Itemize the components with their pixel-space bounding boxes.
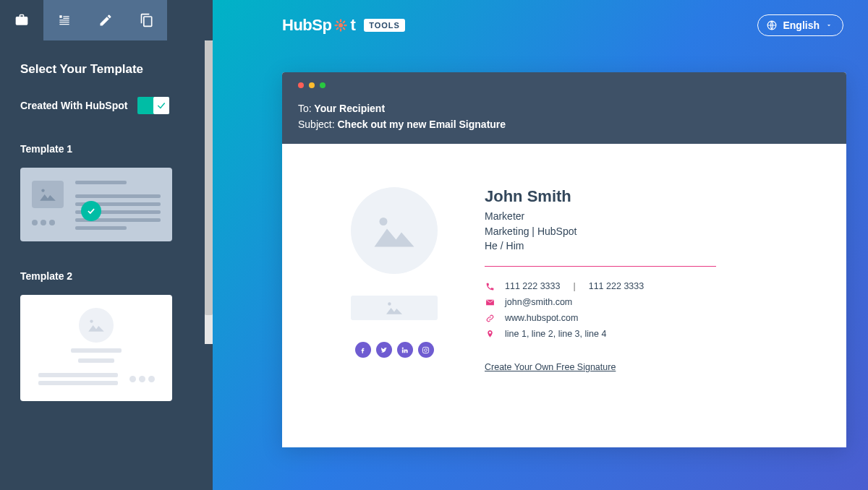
svg-point-7: [425, 349, 427, 352]
avatar-placeholder: [351, 187, 438, 274]
phone1: 111 222 3333: [505, 281, 560, 291]
to-value: Your Recipient: [314, 103, 385, 114]
close-dot-icon: [298, 82, 304, 88]
template2-label: Template 2: [20, 270, 192, 282]
svg-point-2: [339, 23, 343, 27]
phone2: 111 222 3333: [589, 281, 644, 291]
address-row: line 1, line 2, line 3, line 4: [485, 329, 803, 339]
svg-point-8: [427, 348, 427, 348]
pin-icon: [485, 330, 495, 339]
chevron-down-icon: [825, 22, 833, 29]
tab-copy[interactable]: [126, 0, 167, 40]
email-row: john@smith.com: [485, 297, 803, 307]
globe-icon: [767, 20, 777, 30]
divider: [485, 266, 716, 267]
website-row: www.hubspot.com: [485, 313, 803, 323]
svg-point-5: [388, 303, 391, 306]
sidebar-panel: Select Your Template Created With HubSpo…: [0, 40, 213, 490]
tab-templates[interactable]: [0, 0, 43, 40]
signature-left-column: [340, 187, 448, 418]
subject-value: Check out my new Email Signature: [337, 119, 506, 130]
linkedin-icon[interactable]: [397, 342, 413, 358]
phone-separator: |: [573, 281, 575, 291]
toggle-label: Created With HubSpot: [20, 100, 127, 111]
hubspot-logo: HubSp t TOOLS: [282, 16, 405, 35]
email-preview-window: To: Your Recipient Subject: Check out my…: [282, 72, 846, 447]
created-with-toggle-row: Created With HubSpot: [20, 97, 192, 114]
minimize-dot-icon: [309, 82, 315, 88]
language-label: English: [783, 20, 820, 31]
signature-body: John Smith Marketer Marketing | HubSpot …: [282, 144, 846, 447]
copy-icon: [140, 13, 154, 27]
cta-link[interactable]: Create Your Own Free Signature: [485, 362, 616, 372]
image-placeholder-icon: [32, 181, 64, 208]
image-placeholder-icon: [383, 300, 405, 316]
template1-label: Template 1: [20, 143, 192, 155]
svg-point-4: [380, 218, 388, 225]
check-icon: [156, 100, 166, 111]
template2-card[interactable]: [20, 295, 172, 401]
address-value: line 1, line 2, line 3, line 4: [505, 329, 606, 339]
selected-check-badge: [81, 201, 101, 221]
email-icon: [485, 298, 495, 307]
svg-point-0: [41, 189, 44, 192]
logo-text-suffix: t: [350, 16, 355, 35]
image-placeholder-icon: [79, 308, 114, 343]
svg-point-1: [90, 319, 93, 322]
template1-card[interactable]: [20, 168, 172, 241]
topbar: HubSp t TOOLS English: [213, 0, 868, 51]
signature-name: John Smith: [485, 187, 803, 206]
language-selector[interactable]: English: [757, 14, 843, 36]
check-icon: [86, 206, 96, 216]
tools-badge: TOOLS: [364, 19, 405, 32]
briefcase-icon: [14, 13, 29, 27]
window-header: To: Your Recipient Subject: Check out my…: [282, 72, 846, 144]
website-value: www.hubspot.com: [505, 313, 578, 323]
signature-pronouns: He / Him: [485, 238, 803, 253]
phone-row: 111 222 3333 | 111 222 3333: [485, 281, 803, 291]
text-lines-icon: [57, 13, 72, 27]
section-title: Select Your Template: [20, 62, 192, 77]
social-icons: [355, 342, 434, 358]
signature-right-column: John Smith Marketer Marketing | HubSpot …: [485, 187, 803, 418]
zoom-dot-icon: [320, 82, 326, 88]
link-icon: [485, 314, 495, 323]
preview-canvas: To: Your Recipient Subject: Check out my…: [213, 51, 868, 490]
facebook-icon[interactable]: [355, 342, 371, 358]
signature-job-title: Marketer: [485, 209, 803, 223]
to-label: To:: [298, 103, 312, 114]
window-traffic-lights: [298, 82, 830, 88]
subject-label: Subject:: [298, 119, 335, 130]
signature-dept-company: Marketing | HubSpot: [485, 224, 803, 238]
sidebar: Select Your Template Created With HubSpo…: [0, 0, 213, 490]
mail-subject-line: Subject: Check out my new Email Signatur…: [298, 117, 830, 133]
tab-style[interactable]: [85, 0, 126, 40]
instagram-icon[interactable]: [418, 342, 434, 358]
twitter-icon[interactable]: [376, 342, 392, 358]
sprocket-icon: [334, 19, 347, 32]
email-value: john@smith.com: [505, 297, 572, 307]
pencil-icon: [98, 13, 113, 27]
mail-to-line: To: Your Recipient: [298, 101, 830, 117]
logo-text-prefix: HubSp: [282, 16, 331, 35]
created-with-toggle[interactable]: [137, 97, 169, 114]
image-placeholder-icon: [373, 212, 416, 249]
sidebar-tabs: [0, 0, 213, 40]
phone-icon: [485, 282, 495, 291]
tab-details[interactable]: [43, 0, 85, 40]
toggle-knob: [153, 97, 169, 114]
main-area: HubSp t TOOLS English To: Your: [213, 0, 868, 490]
company-logo-placeholder: [351, 296, 438, 320]
